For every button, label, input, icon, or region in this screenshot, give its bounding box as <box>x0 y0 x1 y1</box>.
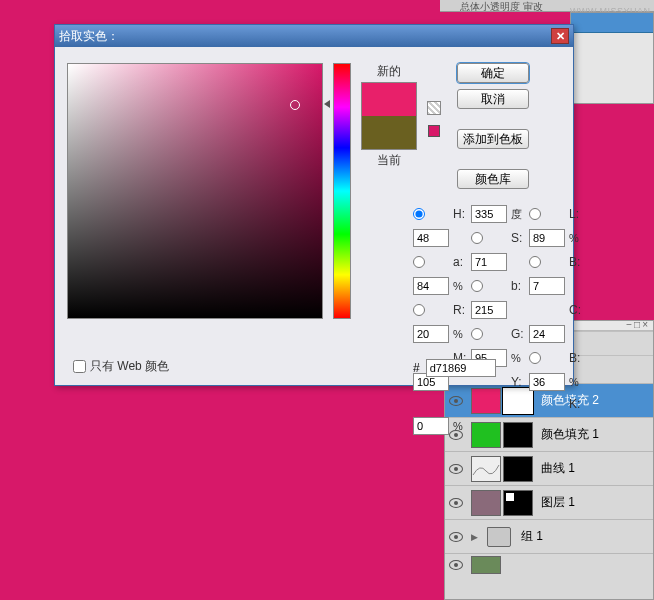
new-color-swatch <box>362 83 416 116</box>
layer-row[interactable] <box>445 553 653 575</box>
layer-thumb[interactable] <box>471 456 501 482</box>
web-only-checkbox[interactable]: 只有 Web 颜色 <box>73 358 169 375</box>
color-libraries-button[interactable]: 颜色库 <box>457 169 529 189</box>
label-l: L: <box>569 207 583 221</box>
layer-row[interactable]: ▶ 组 1 <box>445 519 653 553</box>
color-picker-dialog: 拾取实色： ✕ 新的 当前 确定 取消 添加到色板 颜色库 <box>54 24 574 386</box>
current-label: 当前 <box>377 152 401 169</box>
input-g[interactable] <box>529 325 565 343</box>
label-b: B: <box>569 255 583 269</box>
saturation-value-field[interactable] <box>67 63 323 319</box>
hex-label: # <box>413 361 420 375</box>
layer-mask[interactable] <box>503 456 533 482</box>
hue-slider[interactable] <box>333 63 351 319</box>
layer-thumb[interactable] <box>471 556 501 574</box>
color-fields: H:度 L: S:% a: B:% b: R: C:% G: M:% B: Y:… <box>413 205 583 435</box>
visibility-icon[interactable] <box>449 498 463 508</box>
layer-name: 曲线 1 <box>541 460 575 477</box>
unit-y: % <box>569 376 583 388</box>
close-button[interactable]: ✕ <box>551 28 569 44</box>
expand-icon[interactable]: ▶ <box>471 532 481 542</box>
radio-h[interactable] <box>413 208 425 220</box>
sv-indicator <box>324 100 330 108</box>
dialog-title: 拾取实色： <box>59 28 119 45</box>
input-y[interactable] <box>529 373 565 391</box>
radio-b[interactable] <box>529 256 541 268</box>
hex-input[interactable] <box>426 359 496 377</box>
label-y: Y: <box>511 375 525 389</box>
radio-a[interactable] <box>413 256 425 268</box>
gamut-warning-icon[interactable] <box>427 101 441 115</box>
ok-button[interactable]: 确定 <box>457 63 529 83</box>
websafe-swatch[interactable] <box>428 125 440 137</box>
input-k[interactable] <box>413 417 449 435</box>
label-bb: B: <box>569 351 583 365</box>
input-c[interactable] <box>413 325 449 343</box>
unit-m: % <box>511 352 525 364</box>
label-r: R: <box>453 303 467 317</box>
radio-bb[interactable] <box>529 352 541 364</box>
background-fragment <box>570 12 654 104</box>
unit-b: % <box>453 280 467 292</box>
label-s: S: <box>511 231 525 245</box>
folder-icon[interactable] <box>487 527 511 547</box>
label-a: a: <box>453 255 467 269</box>
label-g: G: <box>511 327 525 341</box>
label-k: K: <box>569 397 583 411</box>
current-color-swatch[interactable] <box>362 116 416 149</box>
label-c: C: <box>569 303 583 317</box>
unit-s: % <box>569 232 583 244</box>
unit-k: % <box>453 420 467 432</box>
visibility-icon[interactable] <box>449 532 463 542</box>
input-s[interactable] <box>529 229 565 247</box>
radio-l[interactable] <box>529 208 541 220</box>
layer-name: 组 1 <box>521 528 543 545</box>
label-b2: b: <box>511 279 525 293</box>
layer-row[interactable]: 图层 1 <box>445 485 653 519</box>
new-label: 新的 <box>377 63 401 80</box>
web-only-input[interactable] <box>73 360 86 373</box>
color-preview <box>361 82 417 150</box>
add-swatch-button[interactable]: 添加到色板 <box>457 129 529 149</box>
label-h: H: <box>453 207 467 221</box>
input-b[interactable] <box>413 277 449 295</box>
input-r[interactable] <box>471 301 507 319</box>
radio-g[interactable] <box>471 328 483 340</box>
layer-row[interactable]: 曲线 1 <box>445 451 653 485</box>
unit-c: % <box>453 328 467 340</box>
visibility-icon[interactable] <box>449 560 463 570</box>
radio-b2[interactable] <box>471 280 483 292</box>
sv-cursor <box>290 100 300 110</box>
cancel-button[interactable]: 取消 <box>457 89 529 109</box>
web-only-label: 只有 Web 颜色 <box>90 358 169 375</box>
input-h[interactable] <box>471 205 507 223</box>
layer-mask[interactable] <box>503 490 533 516</box>
layer-thumb[interactable] <box>471 490 501 516</box>
input-b2[interactable] <box>529 277 565 295</box>
unit-h: 度 <box>511 207 525 222</box>
radio-s[interactable] <box>471 232 483 244</box>
visibility-icon[interactable] <box>449 464 463 474</box>
layer-name: 图层 1 <box>541 494 575 511</box>
input-a[interactable] <box>471 253 507 271</box>
input-l[interactable] <box>413 229 449 247</box>
dialog-titlebar[interactable]: 拾取实色： ✕ <box>55 25 573 47</box>
radio-r[interactable] <box>413 304 425 316</box>
